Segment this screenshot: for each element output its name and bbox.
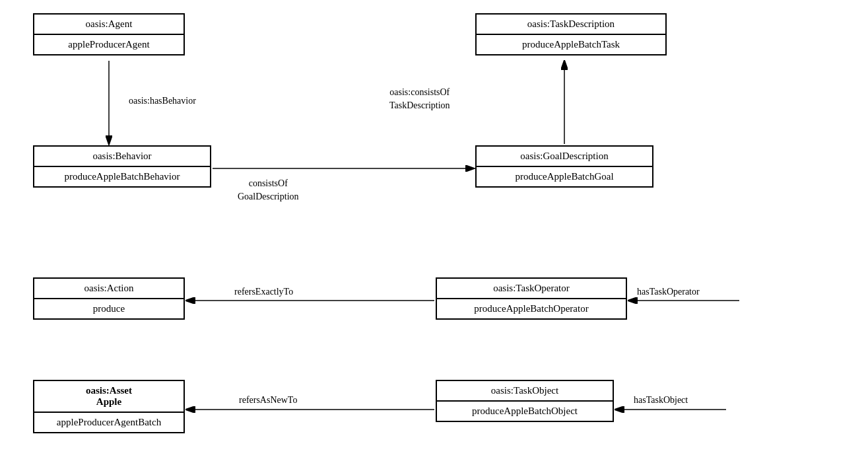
box-behavior: oasis:Behavior produceAppleBatchBehavior xyxy=(33,145,211,188)
box-task-description-top: oasis:TaskDescription xyxy=(477,15,665,35)
box-action: oasis:Action produce xyxy=(33,277,185,320)
box-agent-top: oasis:Agent xyxy=(34,15,184,35)
box-task-operator: oasis:TaskOperator produceAppleBatchOper… xyxy=(436,277,627,320)
label-consists-of-goal: consistsOfGoalDescription xyxy=(238,177,299,203)
box-asset: oasis:AssetApple appleProducerAgentBatch xyxy=(33,380,185,433)
label-consists-of-task: oasis:consistsOfTaskDescription xyxy=(389,86,450,112)
label-has-task-operator: hasTaskOperator xyxy=(637,287,700,297)
label-refers-as-new-to: refersAsNewTo xyxy=(239,395,297,406)
box-action-bottom: produce xyxy=(34,299,184,318)
box-agent-bottom: appleProducerAgent xyxy=(34,35,184,54)
box-task-operator-bottom: produceAppleBatchOperator xyxy=(437,299,626,318)
box-action-top: oasis:Action xyxy=(34,279,184,299)
diagram: oasis:Agent appleProducerAgent oasis:Tas… xyxy=(0,0,868,467)
box-task-object: oasis:TaskObject produceAppleBatchObject xyxy=(436,380,614,422)
label-refers-exactly-to: refersExactlyTo xyxy=(234,287,293,297)
box-behavior-top: oasis:Behavior xyxy=(34,147,210,167)
box-task-description-bottom: produceAppleBatchTask xyxy=(477,35,665,54)
box-task-description: oasis:TaskDescription produceAppleBatchT… xyxy=(475,13,667,55)
box-asset-bottom: appleProducerAgentBatch xyxy=(34,413,184,432)
box-task-object-top: oasis:TaskObject xyxy=(437,381,613,402)
box-goal-description-top: oasis:GoalDescription xyxy=(477,147,652,167)
box-behavior-bottom: produceAppleBatchBehavior xyxy=(34,167,210,186)
label-has-task-object: hasTaskObject xyxy=(634,395,688,406)
box-task-object-bottom: produceAppleBatchObject xyxy=(437,402,613,421)
box-goal-description: oasis:GoalDescription produceAppleBatchG… xyxy=(475,145,653,188)
box-task-operator-top: oasis:TaskOperator xyxy=(437,279,626,299)
box-goal-description-bottom: produceAppleBatchGoal xyxy=(477,167,652,186)
label-has-behavior: oasis:hasBehavior xyxy=(129,96,196,106)
box-agent: oasis:Agent appleProducerAgent xyxy=(33,13,185,55)
box-asset-top: oasis:AssetApple xyxy=(34,381,184,413)
